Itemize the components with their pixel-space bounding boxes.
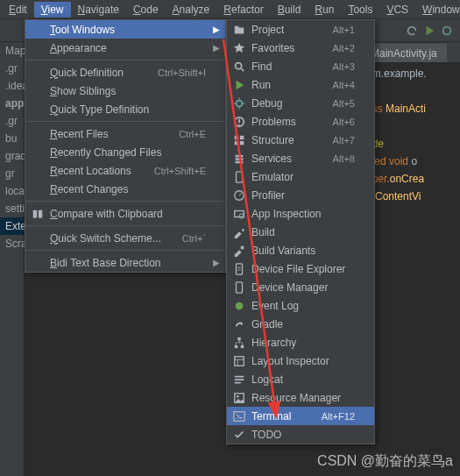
menu-item-quick-type-definition[interactable]: Quick Type Definition — [25, 100, 225, 118]
build-icon — [232, 225, 246, 239]
menu-item-label: Gradle — [251, 318, 355, 330]
menu-item-tool-windows[interactable]: Tool Windows▶ — [25, 20, 225, 39]
menu-item-label: Structure — [251, 134, 312, 146]
emulator-icon — [232, 170, 246, 184]
menu-item-label: Recent Changes — [50, 183, 206, 195]
menu-vcs[interactable]: VCS — [379, 2, 415, 18]
tool-window-terminal[interactable]: TerminalAlt+F12 — [227, 407, 374, 425]
shortcut-label: Ctrl+Shift+I — [158, 67, 206, 78]
menu-item-recent-files[interactable]: Recent FilesCtrl+E — [25, 124, 225, 143]
menu-item-bidi-text-base-direction[interactable]: Bidi Text Base Direction▶ — [25, 253, 225, 272]
menu-item-quick-switch-scheme-[interactable]: Quick Switch Scheme...Ctrl+` — [25, 229, 225, 247]
menu-item-label: Compare with Clipboard — [50, 208, 206, 220]
menu-tools[interactable]: Tools — [341, 2, 379, 18]
svg-point-8 — [239, 214, 244, 218]
tool-window-todo[interactable]: TODO — [227, 425, 374, 444]
tool-window-services[interactable]: ServicesAlt+8 — [227, 149, 374, 167]
svg-rect-16 — [235, 356, 244, 366]
problems-icon — [232, 115, 246, 129]
tool-window-build-variants[interactable]: Build Variants — [227, 241, 374, 259]
menu-window[interactable]: Window — [415, 2, 460, 18]
menu-item-label: Recent Files — [50, 128, 158, 140]
tool-window-event-log[interactable]: Event Log — [227, 296, 374, 315]
tool-window-project[interactable]: ProjectAlt+1 — [227, 20, 374, 39]
devmgr-icon — [232, 281, 246, 295]
profiler-icon — [232, 188, 246, 202]
menu-item-compare-with-clipboard[interactable]: Compare with Clipboard — [25, 204, 225, 223]
svg-point-0 — [443, 26, 451, 34]
tool-window-favorites[interactable]: FavoritesAlt+2 — [227, 39, 374, 57]
tree-label: app — [5, 97, 24, 110]
menu-run[interactable]: Run — [308, 2, 341, 18]
tool-window-device-manager[interactable]: Device Manager — [227, 278, 374, 296]
terminal-icon — [232, 409, 246, 423]
menu-item-recent-changes[interactable]: Recent Changes — [25, 180, 225, 198]
sync-icon[interactable] — [406, 25, 418, 37]
tool-windows-submenu: ProjectAlt+1FavoritesAlt+2FindAlt+3RunAl… — [226, 19, 375, 444]
menu-item-label: Show Siblings — [50, 85, 206, 97]
menu-item-recent-locations[interactable]: Recent LocationsCtrl+Shift+E — [25, 161, 225, 180]
tool-window-structure[interactable]: StructureAlt+7 — [227, 131, 374, 149]
menu-item-label: Project — [251, 24, 312, 36]
hierarchy-icon — [232, 336, 246, 350]
menu-item-label: Recent Locations — [50, 165, 133, 177]
svg-rect-11 — [237, 281, 243, 292]
tool-window-gradle[interactable]: Gradle — [227, 315, 374, 333]
submenu-arrow-icon: ▶ — [213, 258, 220, 267]
tool-window-app-inspection[interactable]: App Inspection — [227, 204, 374, 223]
menu-item-appearance[interactable]: Appearance▶ — [25, 39, 225, 57]
tree-label: gr — [5, 167, 15, 180]
menu-item-show-siblings[interactable]: Show Siblings — [25, 82, 225, 100]
menu-item-label: Services — [251, 153, 312, 165]
tool-window-find[interactable]: FindAlt+3 — [227, 57, 374, 75]
svg-point-4 — [238, 124, 240, 125]
menu-item-label: Quick Switch Scheme... — [50, 232, 161, 245]
todo-icon — [232, 428, 246, 442]
tree-label: bu — [5, 132, 17, 145]
menu-item-recently-changed-files[interactable]: Recently Changed Files — [25, 143, 225, 161]
menu-item-label: Event Log — [251, 300, 355, 312]
tool-window-device-file-explorer[interactable]: Device File Explorer — [227, 259, 374, 278]
tool-window-logcat[interactable]: Logcat — [227, 370, 374, 388]
shortcut-label: Ctrl+E — [179, 129, 206, 139]
menu-item-label: Bidi Text Base Direction — [50, 257, 206, 269]
shortcut-label: Alt+F12 — [322, 411, 355, 422]
tool-window-layout-inspector[interactable]: Layout Inspector — [227, 352, 374, 370]
menu-refactor[interactable]: Refactor — [216, 2, 270, 18]
find-icon — [232, 60, 246, 74]
menu-item-label: Quick Definition — [50, 67, 137, 79]
variants-icon — [232, 244, 246, 258]
menu-navigate[interactable]: Navigate — [71, 2, 126, 18]
menu-item-label: Emulator — [251, 171, 355, 183]
svg-point-18 — [237, 394, 239, 397]
menu-bar: EditViewNavigateCodeAnalyzeRefactorBuild… — [0, 0, 460, 19]
tool-window-profiler[interactable]: Profiler — [227, 186, 374, 204]
code-editor[interactable]: om.example. ass MainActi ride cted void … — [366, 65, 460, 205]
resmgr-icon — [232, 391, 246, 405]
tool-window-problems[interactable]: ProblemsAlt+6 — [227, 112, 374, 131]
menu-code[interactable]: Code — [126, 2, 166, 18]
run-icon[interactable] — [423, 25, 435, 37]
services-icon — [232, 152, 246, 166]
svg-point-1 — [236, 62, 242, 68]
menu-edit[interactable]: Edit — [2, 2, 34, 18]
tool-window-hierarchy[interactable]: Hierarchy — [227, 333, 374, 352]
debug-icon[interactable] — [441, 25, 453, 37]
svg-rect-9 — [241, 245, 244, 249]
menu-build[interactable]: Build — [271, 2, 308, 18]
tool-window-resource-manager[interactable]: Resource Manager — [227, 388, 374, 407]
tool-window-build[interactable]: Build — [227, 223, 374, 241]
menu-analyze[interactable]: Analyze — [166, 2, 217, 18]
menu-item-label: Favorites — [251, 42, 312, 54]
tool-window-debug[interactable]: DebugAlt+5 — [227, 94, 374, 112]
layout-icon — [232, 354, 246, 368]
run-icon — [232, 78, 246, 92]
menu-item-quick-definition[interactable]: Quick DefinitionCtrl+Shift+I — [25, 63, 225, 82]
menu-item-label: Tool Windows — [50, 24, 206, 36]
shortcut-label: Alt+3 — [333, 61, 355, 72]
menu-item-label: TODO — [251, 429, 355, 441]
menu-view[interactable]: View — [34, 2, 71, 18]
tool-window-run[interactable]: RunAlt+4 — [227, 75, 374, 94]
menu-item-label: Problems — [251, 116, 312, 128]
tool-window-emulator[interactable]: Emulator — [227, 167, 374, 186]
